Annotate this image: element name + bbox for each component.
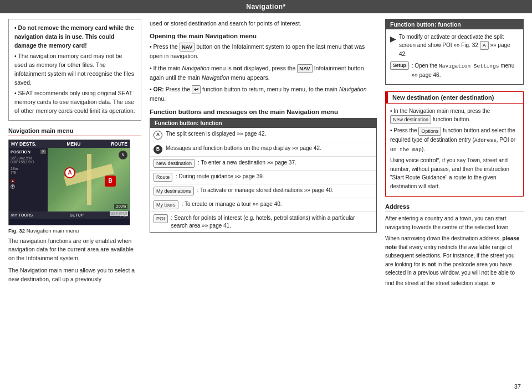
warning-bullet-2: • The navigation memory card may not be … xyxy=(14,52,135,87)
nav-key-2: NAV xyxy=(297,64,312,73)
nav-route: ROUTE xyxy=(111,141,127,147)
address-code: Address xyxy=(474,137,497,143)
mid-used-stored-text: used or stored destination and search fo… xyxy=(150,19,377,28)
nav-setup: SETUP xyxy=(70,213,84,218)
nav-desc-2: The Navigation main menu allows you to s… xyxy=(8,266,141,284)
route-tag: Route xyxy=(154,173,172,182)
warning-bullet-1: • Do not remove the memory card while th… xyxy=(14,24,135,50)
right-func-body: ▶ To modify or activate or deactivate th… xyxy=(386,29,523,84)
address-title: Address xyxy=(385,203,524,212)
nav-main-menu-header: Navigation main menu xyxy=(8,127,141,136)
bullet2-cont1: menu is xyxy=(211,65,232,71)
on-the-map-code: On the map xyxy=(390,147,422,153)
bullet3-cont3: menu. xyxy=(150,95,166,102)
nav-scale: 200m xyxy=(114,204,127,209)
nav-key-1: NAV xyxy=(180,43,195,51)
nav-coord1: 36°2942.5'N xyxy=(11,156,46,160)
page-number: 37 xyxy=(0,381,532,392)
new-destination-body: • In the Navigation main menu, press the… xyxy=(386,104,523,197)
nav-screen-image: MY DESTS. MENU ROUTE POSITION ✕ xyxy=(8,140,130,225)
mid-column: used or stored destination and search fo… xyxy=(150,19,377,375)
nav-position-label: POSITION xyxy=(11,149,30,154)
new-dest-bullet-3: Using voice control*, if you say Town, s… xyxy=(390,156,519,190)
func-row-route-text: : During route guidance »» page 39. xyxy=(176,173,264,180)
right-func-header: Function button: function xyxy=(386,19,523,29)
new-destination-header: New destination (enter destination) xyxy=(386,92,523,104)
nav-mytours: MY TOURS xyxy=(11,213,33,218)
bullet2-cont2: displayed, press the xyxy=(244,65,295,71)
func-section-title: Function buttons and messages on the mai… xyxy=(150,109,377,115)
right-column: Function button: function ▶ To modify or… xyxy=(385,19,524,375)
func-btn-row-mydest: My destinations : To activate or manage … xyxy=(150,184,376,198)
address-text-2: When narrowing down the destination addr… xyxy=(385,234,524,288)
nav-x-btn: ✕ xyxy=(40,149,46,154)
circle-label-a: A xyxy=(154,131,162,140)
nav-compass: N xyxy=(119,151,127,159)
func-row-newdest-text: : To enter a new destination »» page 37. xyxy=(198,159,296,167)
nav-label-a: A xyxy=(64,167,75,178)
func-btn-row-b: B Messages and function buttons on the m… xyxy=(150,142,376,157)
func-row-mydest-text: : To activate or manage stored destinati… xyxy=(197,187,334,194)
bullet3-cont: Press the xyxy=(166,86,190,92)
nav-up-arrow: ▲ xyxy=(11,179,15,183)
fig-caption-text: Navigation main menu xyxy=(27,228,79,234)
page: Navigation* • Do not remove the memory c… xyxy=(0,0,532,392)
nav-coord2: 006°1553.9'O xyxy=(11,160,46,164)
nav-map-area: A B N 200m xyxy=(48,148,130,212)
right-func-row2-text: : Open the Navigation Settings menu »» p… xyxy=(412,61,519,79)
warning-box: • Do not remove the memory card while th… xyxy=(8,19,141,121)
nav-main-menu-section: Navigation main menu MY DESTS. MENU ROUT… xyxy=(8,127,141,284)
bullet3-cont2: function button to return, menu by menu,… xyxy=(202,86,337,92)
func-row-a-text: The split screen is displayed »» page 42… xyxy=(166,130,266,138)
content-area: • Do not remove the memory card while th… xyxy=(0,13,532,381)
my-tours-tag: My tours xyxy=(154,200,178,209)
fig-label: Fig. 32 xyxy=(8,228,25,234)
play-icon: ▶ xyxy=(390,33,396,45)
new-destination-section: New destination (enter destination) • In… xyxy=(385,91,524,197)
new-destination-btn: New destination xyxy=(390,115,431,124)
top-bar: Navigation* xyxy=(0,0,532,13)
opening-nav-title: Opening the main Navigation menu xyxy=(150,33,377,39)
nav-menu: MENU xyxy=(66,141,80,147)
new-destination-tag: New destination xyxy=(154,159,195,168)
func-row-b-text: Messages and function buttons on the map… xyxy=(166,145,321,152)
or-text: OR: xyxy=(154,86,164,92)
left-column: • Do not remove the memory card while th… xyxy=(8,19,141,375)
not-bold: not xyxy=(427,261,436,267)
nav-time: 7/9 xyxy=(11,171,46,174)
bullet2-cont4: menu appears. xyxy=(231,74,270,81)
nav-road-2 xyxy=(87,154,91,205)
address-text-1: After entering a country and a town, you… xyxy=(385,214,524,231)
nav-topbar: MY DESTS. MENU ROUTE xyxy=(9,140,130,148)
right-func-table: Function button: function ▶ To modify or… xyxy=(385,19,524,85)
please-note: please note xyxy=(385,235,519,250)
nav-desc-1: The navigation functions are only enable… xyxy=(8,237,141,263)
func-row-mytours-text: : To create or manage a tour »» page 40. xyxy=(182,200,282,208)
mid-bullet-1: • Press the NAV button on the Infotainme… xyxy=(150,42,377,60)
page-num-text: 37 xyxy=(514,383,521,390)
func-btn-row-route: Route : During route guidance »» page 39… xyxy=(150,171,376,184)
func-btn-row-mytours: My tours : To create or manage a tour »»… xyxy=(150,198,376,212)
options-btn: Options xyxy=(418,127,441,136)
right-func-row1-text: To modify or activate or deactivate the … xyxy=(399,33,519,58)
return-key: ↩ xyxy=(192,85,201,94)
nav-italic-1: Navigation xyxy=(182,65,210,71)
fig-caption: Fig. 32 Navigation main menu xyxy=(8,228,141,234)
nav-down-arrow: ▼ xyxy=(11,184,15,189)
bullet2-start: If the main xyxy=(154,65,181,71)
right-func-row-2: Setup : Open the Navigation Settings men… xyxy=(390,61,519,79)
nav-mydests: MY DESTS. xyxy=(11,141,37,147)
func-btn-table: Function button: function A The split sc… xyxy=(150,118,377,233)
nav-italic-right-1: Navigation xyxy=(409,108,435,114)
func-btn-row-newdest: New destination : To enter a new destina… xyxy=(150,157,376,171)
poi-tag: POI xyxy=(154,214,168,223)
mid-bullet-3: • OR: Press the ↩ function button to ret… xyxy=(150,85,377,103)
new-dest-bullet-1: • In the Navigation main menu, press the… xyxy=(390,107,519,125)
nav-fig-code: S5F-0713 xyxy=(110,211,128,216)
nav-distance: 18m xyxy=(11,167,46,171)
func-btn-header: Function button: function xyxy=(150,118,376,128)
func-row-poi-text: : Search for points of interest (e.g. ho… xyxy=(171,214,373,230)
mid-bullet-2: • If the main Navigation menu is not dis… xyxy=(150,64,377,82)
setup-btn: Setup xyxy=(390,61,409,70)
new-dest-bullet-2: • Press the Options function button and … xyxy=(390,126,519,154)
